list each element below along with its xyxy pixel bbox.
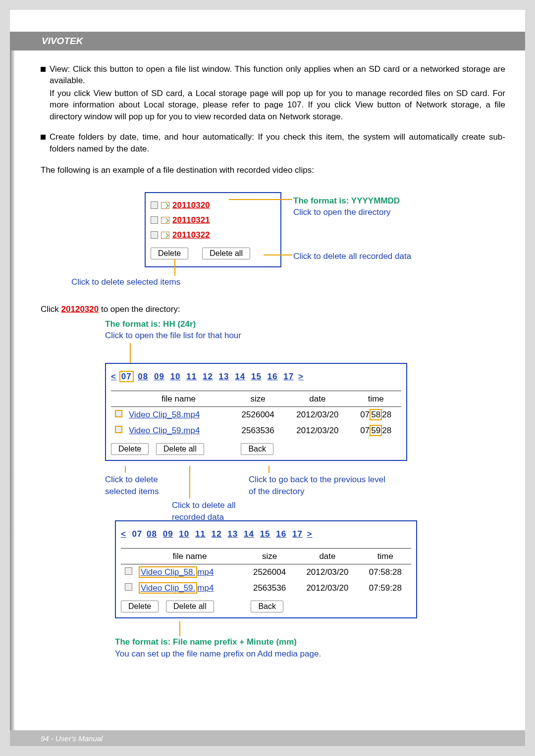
bullet-icon [41, 135, 46, 140]
anno-prefix-hint: You can set up the file name prefix on A… [115, 648, 505, 659]
anno-format-prefix: The format is: File name prefix + Minute… [115, 636, 505, 648]
hour-link[interactable]: 15 [251, 372, 262, 381]
file-time: 075828 [350, 407, 401, 423]
dir-link[interactable]: 20110320 [172, 200, 210, 211]
anno-right: The format is: YYYYMMDD Click to open th… [293, 195, 462, 218]
file-link[interactable]: Video Clip_59.mp4 [126, 423, 231, 438]
bullet-view-text: View: Click this button to open a file l… [50, 63, 505, 87]
file-link[interactable]: Video Clip_59.mp4 [136, 580, 244, 596]
file-link[interactable]: Video Clip_58.mp4 [136, 564, 244, 580]
file-time: 07:59:28 [360, 580, 411, 596]
back-button[interactable]: Back [241, 443, 273, 455]
back-button[interactable]: Back [251, 601, 283, 612]
hour-link[interactable]: 14 [235, 372, 245, 381]
file-link[interactable]: Video Clip_58.mp4 [126, 407, 231, 423]
file-table: file name size date time Video Clip_58.m… [111, 391, 401, 438]
col-size: size [244, 548, 295, 564]
content: View: Click this button to open a file l… [41, 63, 505, 726]
table-header: file name size date time [111, 391, 401, 406]
hour-link[interactable]: 12 [203, 372, 213, 381]
folder-icon [161, 202, 169, 209]
bullet-view: View: Click this button to open a file l… [41, 63, 505, 87]
dir-item[interactable]: 20110322 [151, 228, 275, 243]
delete-all-button[interactable]: Delete all [166, 601, 214, 612]
file-table: file name size date time Video Clip_58.m… [121, 548, 411, 596]
delete-button[interactable]: Delete [121, 601, 159, 612]
bullet-create-text: Create folders by date, time, and hour a… [50, 131, 505, 154]
table-actions: Delete Delete all Back [111, 443, 401, 455]
hour-link[interactable]: 15 [260, 529, 270, 539]
delete-button[interactable]: Delete [151, 248, 188, 259]
checkbox-icon[interactable] [151, 202, 158, 209]
dir-box: 20110320 20110321 20110322 Delete Delete… [145, 192, 281, 267]
delete-button[interactable]: Delete [111, 443, 149, 455]
delete-all-button[interactable]: Delete all [202, 248, 250, 259]
file-size: 2526004 [244, 564, 295, 580]
dir-link[interactable]: 20110322 [172, 229, 210, 241]
hour-link[interactable]: 11 [195, 529, 206, 539]
hour-link[interactable]: 17 [292, 529, 303, 539]
connector-line [179, 621, 180, 636]
hour-link[interactable]: 16 [276, 529, 286, 539]
anno-hh-block: The format is: HH (24r) Click to open th… [105, 318, 505, 363]
table-row: Video Clip_58.mp4 2526004 2012/03/20 075… [111, 407, 401, 423]
hour-link[interactable]: 13 [219, 372, 229, 381]
hour-nav: < 07 08 09 10 11 12 13 14 15 16 17 > [111, 371, 401, 382]
click-open-line: Click 20120320 to open the directory: [41, 303, 505, 315]
hour-link[interactable]: 09 [163, 529, 173, 539]
hour-link[interactable]: 08 [138, 372, 148, 381]
hour-link[interactable]: 13 [227, 529, 238, 539]
view-body: If you click View button of SD card, a L… [50, 88, 505, 122]
anno-back: Click to go back to the previous level o… [249, 474, 387, 497]
file-date: 2012/03/20 [284, 423, 350, 438]
nav-prev[interactable]: < [121, 529, 126, 539]
nav-next[interactable]: > [298, 372, 304, 381]
hour-link[interactable]: 09 [154, 372, 164, 381]
file-size: 2563536 [244, 580, 295, 596]
hour-link[interactable]: 10 [170, 372, 181, 381]
connector-line [268, 466, 269, 473]
dir-item[interactable]: 20110320 [151, 198, 275, 213]
dir-link[interactable]: 20110321 [172, 214, 210, 226]
col-time: time [350, 391, 401, 406]
hour-link[interactable]: 17 [283, 372, 294, 381]
connector-line [130, 343, 131, 363]
table-header: file name size date time [121, 548, 411, 564]
file-date: 2012/03/20 [295, 580, 360, 596]
checkbox-icon[interactable] [151, 216, 158, 224]
checkbox-icon[interactable] [151, 231, 158, 239]
anno-click-hour: Click to open the file list for that hou… [105, 330, 505, 341]
bullet-icon [41, 67, 46, 72]
col-filename: file name [136, 548, 244, 564]
delete-all-button[interactable]: Delete all [156, 443, 204, 455]
hour-link[interactable]: 10 [179, 529, 189, 539]
file-date: 2012/03/20 [284, 407, 350, 423]
dir-actions: Delete Delete all [151, 248, 275, 259]
checkbox-icon[interactable] [125, 583, 132, 591]
connector-line [125, 466, 126, 473]
dir-example: 20110320 20110321 20110322 Delete Delete… [145, 192, 505, 276]
link-date[interactable]: 20120320 [61, 304, 99, 314]
dir-item[interactable]: 20110321 [151, 213, 275, 228]
nav-next[interactable]: > [307, 529, 313, 539]
hour-link[interactable]: 16 [268, 372, 278, 381]
example-intro: The following is an example of a file de… [41, 164, 505, 176]
anno-delete-all2: Click to delete all recorded data [172, 500, 271, 523]
table1-annotations: Click to delete selected items Click to … [105, 466, 505, 520]
hour-link[interactable]: 12 [212, 529, 222, 539]
file-time: 075928 [350, 423, 401, 438]
page: VIVOTEK View: Click this button to open … [10, 10, 525, 746]
hour-nav: < 07 08 09 10 11 12 13 14 15 16 17 > [121, 528, 411, 540]
hour-07[interactable]: 07 [119, 371, 134, 382]
col-date: date [284, 391, 350, 406]
folder-icon [161, 232, 169, 239]
connector [115, 621, 505, 636]
checkbox-icon[interactable] [115, 426, 122, 433]
hour-link[interactable]: 08 [147, 529, 157, 539]
nav-prev[interactable]: < [111, 372, 116, 381]
hour-link[interactable]: 14 [244, 529, 254, 539]
checkbox-icon[interactable] [125, 567, 132, 575]
file-time: 07:58:28 [360, 564, 411, 580]
checkbox-icon[interactable] [115, 410, 122, 417]
hour-link[interactable]: 11 [186, 372, 197, 381]
